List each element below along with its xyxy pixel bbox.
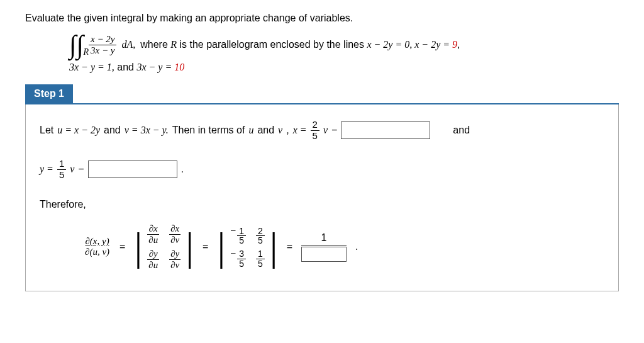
step-label: Step 1 bbox=[25, 84, 73, 103]
therefore-label: Therefore, bbox=[40, 199, 604, 210]
x-coeff-fraction: 2 5 bbox=[311, 120, 319, 141]
jacobian-equation: ∂(x, y) ∂(u, v) = | ∂x∂u ∂x∂v ∂y∂u ∂y∂v … bbox=[84, 222, 604, 272]
red-value-10: 10 bbox=[174, 62, 184, 72]
step-header: Step 1 bbox=[25, 84, 619, 104]
red-value-9: 9 bbox=[452, 39, 457, 50]
problem-equation-line-1: ∫∫R x − 2y 3x − y dA, where R is the par… bbox=[69, 31, 619, 58]
jacobian-lhs: ∂(x, y) ∂(u, v) bbox=[84, 236, 111, 257]
answer-input-x[interactable] bbox=[341, 121, 430, 139]
jacobian-result: 1 bbox=[301, 232, 347, 262]
jacobian-value-matrix: | −15 25 −35 15 | bbox=[217, 224, 277, 270]
problem-lead: Evaluate the given integral by making an… bbox=[25, 13, 619, 24]
problem-statement: Evaluate the given integral by making an… bbox=[25, 13, 619, 73]
answer-input-jacobian[interactable] bbox=[301, 247, 347, 262]
answer-input-y[interactable] bbox=[88, 160, 177, 178]
step-sentence-1: Let u = x − 2y and v = 3x − y. Then in t… bbox=[40, 120, 604, 141]
problem-equation-line-2: 3x − y = 1, and 3x − y = 10 bbox=[69, 62, 619, 73]
integrand-fraction: x − 2y 3x − y bbox=[89, 34, 116, 55]
y-coeff-fraction: 1 5 bbox=[57, 159, 66, 180]
double-integral-symbol: ∫∫R bbox=[69, 31, 84, 58]
jacobian-partial-matrix: | ∂x∂u ∂x∂v ∂y∂u ∂y∂v | bbox=[134, 222, 194, 272]
step-sentence-2: y = 1 5 v − . bbox=[40, 159, 604, 180]
step-body: Let u = x − 2y and v = 3x − y. Then in t… bbox=[25, 104, 619, 291]
